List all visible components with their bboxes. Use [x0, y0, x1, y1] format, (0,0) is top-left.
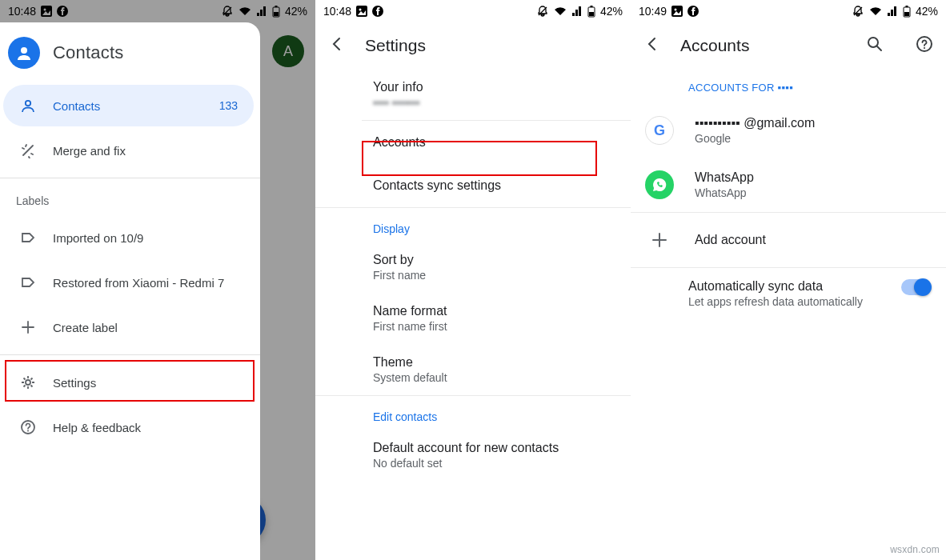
contacts-logo-icon — [8, 37, 40, 69]
label-imported[interactable]: Imported on 10/9 — [3, 217, 254, 258]
battery-percent: 42% — [285, 5, 307, 18]
battery-percent: 42% — [916, 5, 938, 18]
auto-sync-toggle[interactable] — [901, 279, 930, 295]
account-whatsapp[interactable]: WhatsApp WhatsApp — [631, 158, 946, 212]
create-label[interactable]: Create label — [3, 306, 254, 348]
battery-icon — [272, 6, 280, 18]
app-header: Accounts — [631, 22, 946, 69]
battery-percent: 42% — [600, 5, 623, 18]
svg-point-20 — [675, 9, 677, 11]
nav-contacts[interactable]: Contacts 133 — [3, 85, 254, 126]
battery-icon — [587, 6, 595, 18]
account-avatar[interactable]: A — [272, 35, 304, 67]
google-icon: G — [643, 114, 675, 146]
facebook-icon — [372, 6, 383, 17]
statusbar: 10:48 42% — [315, 0, 631, 22]
svg-rect-17 — [590, 6, 592, 7]
phone-screen-contacts-drawer: 10:48 42% A Contacts Contacts 133 — [0, 0, 315, 560]
wand-icon — [19, 142, 37, 158]
whatsapp-provider: WhatsApp — [695, 186, 754, 199]
page-title: Accounts — [680, 36, 749, 55]
nav-merge-fix[interactable]: Merge and fix — [3, 130, 254, 171]
settings-theme[interactable]: Theme System default — [315, 344, 631, 395]
nav-help-feedback[interactable]: Help & feedback — [3, 406, 254, 448]
dnd-icon — [536, 5, 549, 18]
default-account-title: Default account for new contacts — [373, 441, 631, 455]
photos-icon — [41, 6, 52, 17]
svg-point-7 — [21, 47, 27, 54]
search-button[interactable] — [866, 35, 884, 56]
name-format-value: First name first — [373, 320, 631, 333]
edit-contacts-section-header: Edit contacts — [315, 396, 631, 430]
back-button[interactable] — [328, 35, 346, 56]
name-format-title: Name format — [373, 304, 631, 318]
your-info-subtitle: ▪▪▪▪ ▪▪▪▪▪▪▪ — [373, 96, 631, 109]
sort-by-title: Sort by — [373, 253, 631, 267]
svg-point-9 — [26, 380, 30, 385]
navigation-drawer: Contacts Contacts 133 Merge and fix Labe… — [0, 22, 260, 560]
svg-rect-6 — [274, 12, 279, 16]
dnd-icon — [852, 5, 864, 18]
settings-name-format[interactable]: Name format First name first — [315, 293, 631, 344]
person-icon — [19, 98, 37, 114]
svg-point-1 — [44, 9, 46, 11]
nav-settings[interactable]: Settings — [3, 362, 254, 403]
statusbar: 10:49 42% — [631, 0, 946, 22]
phone-screen-settings: 10:48 42% Settings Your info ▪▪▪▪ ▪▪▪▪▪▪… — [315, 0, 631, 560]
account-google[interactable]: G ▪▪▪▪▪▪▪▪▪▪ @gmail.com Google — [631, 103, 946, 158]
watermark: wsxdn.com — [890, 544, 940, 555]
page-title: Settings — [365, 36, 426, 55]
signal-icon — [887, 6, 898, 17]
photos-icon — [356, 6, 367, 17]
svg-point-26 — [868, 38, 878, 47]
dnd-icon — [221, 5, 234, 18]
clock: 10:48 — [323, 5, 351, 18]
back-button[interactable] — [643, 35, 661, 56]
whatsapp-title: WhatsApp — [695, 170, 754, 185]
settings-sort-by[interactable]: Sort by First name — [315, 242, 631, 293]
label-restored[interactable]: Restored from Xiaomi - Redmi 7 — [3, 262, 254, 303]
clock: 10:48 — [8, 5, 36, 18]
display-section-header: Display — [315, 208, 631, 242]
wifi-icon — [554, 6, 567, 17]
wifi-icon — [239, 6, 251, 17]
your-info-title: Your info — [373, 80, 631, 94]
help-button[interactable] — [916, 35, 933, 56]
signal-icon — [256, 6, 267, 17]
auto-sync-row[interactable]: Automatically sync data Let apps refresh… — [631, 268, 946, 319]
plus-icon — [643, 224, 675, 256]
settings-your-info[interactable]: Your info ▪▪▪▪ ▪▪▪▪▪▪▪ — [315, 69, 631, 120]
accounts-for-label: ACCOUNTS FOR ▪▪▪▪ — [631, 69, 946, 103]
label-icon — [19, 230, 37, 246]
theme-title: Theme — [373, 355, 631, 370]
svg-line-27 — [877, 46, 881, 50]
drawer-title: Contacts — [53, 42, 123, 63]
label-icon — [19, 274, 37, 290]
nav-merge-label: Merge and fix — [53, 144, 238, 158]
help-icon — [19, 419, 37, 435]
settings-default-account[interactable]: Default account for new contacts No defa… — [315, 430, 631, 481]
wifi-icon — [869, 6, 882, 17]
facebook-icon — [57, 6, 68, 17]
statusbar: 10:48 42% — [0, 0, 315, 22]
google-email: ▪▪▪▪▪▪▪▪▪▪ @gmail.com — [695, 116, 815, 130]
svg-rect-18 — [589, 12, 594, 16]
default-account-value: No default set — [373, 457, 631, 470]
sort-by-value: First name — [373, 269, 631, 282]
plus-icon — [19, 319, 37, 335]
svg-point-10 — [22, 421, 34, 434]
add-account[interactable]: Add account — [631, 213, 946, 267]
battery-icon — [903, 6, 911, 18]
label-imported-text: Imported on 10/9 — [53, 231, 238, 245]
facebook-icon — [687, 6, 699, 17]
svg-rect-25 — [904, 12, 909, 16]
settings-accounts[interactable]: Accounts — [315, 121, 631, 164]
whatsapp-icon — [643, 169, 675, 201]
svg-rect-24 — [905, 6, 908, 7]
auto-sync-title: Automatically sync data — [688, 279, 885, 294]
label-restored-text: Restored from Xiaomi - Redmi 7 — [53, 276, 238, 290]
clock: 10:49 — [639, 5, 667, 18]
create-label-text: Create label — [53, 321, 238, 334]
svg-rect-5 — [275, 6, 277, 7]
settings-sync[interactable]: Contacts sync settings — [315, 164, 631, 207]
